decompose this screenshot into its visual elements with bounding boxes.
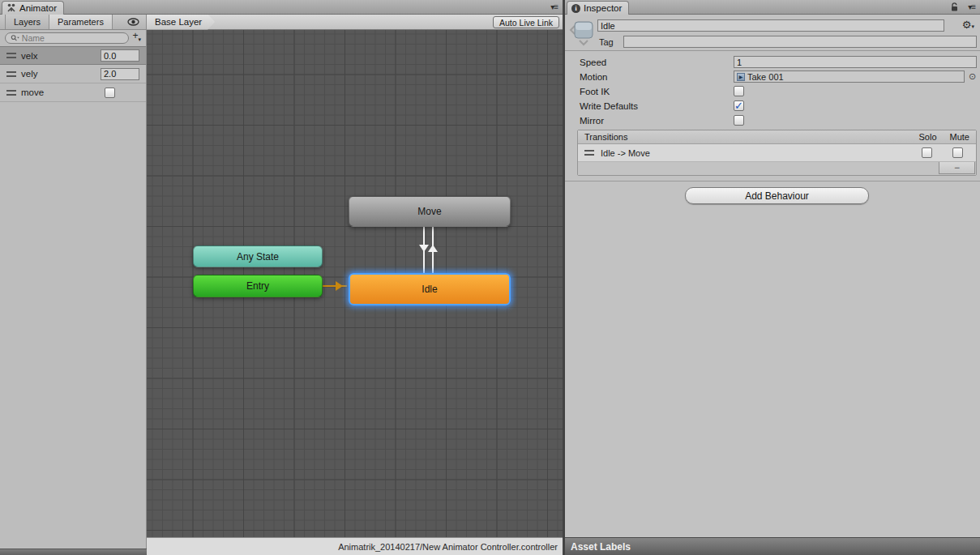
solo-column-header: Solo bbox=[919, 132, 937, 142]
controller-path-bar: Animatrik_20140217/New Animator Controll… bbox=[147, 537, 563, 555]
eye-icon[interactable] bbox=[127, 18, 139, 26]
transition-arrowhead-up bbox=[428, 245, 438, 252]
tab-inspector-label: Inspector bbox=[584, 3, 622, 13]
tag-label: Tag bbox=[599, 37, 614, 47]
foot-ik-checkbox[interactable] bbox=[734, 86, 744, 96]
minus-icon: − bbox=[954, 162, 960, 173]
state-node-label: Any State bbox=[237, 251, 279, 263]
tab-layers-label: Layers bbox=[14, 17, 41, 27]
layers-parameters-toolbar: Layers Parameters bbox=[0, 15, 146, 30]
transitions-header: Transitions Solo Mute bbox=[578, 130, 976, 144]
inspector-body: ⚙▾ Tag Speed Motion ▶ Take 001 ⊙ Foot IK… bbox=[565, 15, 980, 555]
tag-field[interactable] bbox=[623, 36, 977, 48]
breadcrumb-label: Base Layer bbox=[155, 17, 202, 27]
mute-checkbox[interactable] bbox=[952, 147, 963, 158]
remove-transition-button[interactable]: − bbox=[939, 162, 975, 174]
entry-transition-line[interactable] bbox=[323, 285, 347, 287]
gear-caret-glyph: ▾ bbox=[971, 23, 974, 29]
gear-glyph: ⚙ bbox=[962, 19, 972, 31]
transition-row-idle-move[interactable]: Idle -> Move bbox=[578, 144, 976, 162]
animator-canvas-column: Base Layer Auto Live Link bbox=[147, 15, 563, 555]
drag-handle-icon[interactable] bbox=[6, 71, 16, 77]
breadcrumb-bar: Base Layer Auto Live Link bbox=[147, 15, 563, 30]
drag-handle-icon[interactable] bbox=[584, 150, 594, 156]
animator-panel: Animator ▾≡ Layers Parameters bbox=[0, 0, 563, 555]
drag-handle-icon[interactable] bbox=[6, 53, 16, 58]
animation-clip-icon: ▶ bbox=[737, 73, 745, 81]
auto-live-link-button[interactable]: Auto Live Link bbox=[493, 16, 559, 28]
parameter-row-vely[interactable]: vely bbox=[0, 65, 146, 83]
auto-live-link-label: Auto Live Link bbox=[499, 18, 553, 28]
asset-labels-title: Asset Labels bbox=[571, 541, 631, 553]
section-divider bbox=[565, 181, 980, 181]
transition-label: Idle -> Move bbox=[601, 148, 650, 158]
state-node-label: Entry bbox=[246, 280, 269, 292]
mute-column-header: Mute bbox=[950, 132, 969, 142]
transitions-list: Transitions Solo Mute Idle -> Move − bbox=[577, 130, 977, 176]
bottom-strip bbox=[0, 549, 147, 555]
inspector-panel: i Inspector ▾≡ ⚙▾ bbox=[565, 0, 980, 555]
speed-field[interactable] bbox=[734, 56, 977, 68]
inspector-header: ⚙▾ Tag bbox=[565, 15, 980, 51]
animator-tabbar: Animator ▾≡ bbox=[0, 0, 563, 15]
state-foldout-icon[interactable] bbox=[568, 18, 596, 47]
parameter-value-field[interactable] bbox=[101, 68, 139, 80]
parameter-name: move bbox=[21, 88, 100, 97]
parameter-value-field[interactable] bbox=[101, 49, 139, 62]
inspector-tabbar: i Inspector ▾≡ bbox=[565, 0, 980, 15]
parameter-row-move[interactable]: move bbox=[0, 83, 146, 102]
add-behaviour-button[interactable]: Add Behaviour bbox=[685, 187, 869, 204]
motion-object-field[interactable]: ▶ Take 001 bbox=[734, 70, 965, 83]
tab-animator-label: Animator bbox=[19, 3, 57, 13]
info-icon: i bbox=[571, 4, 580, 13]
parameter-search-row: +▾ bbox=[0, 30, 146, 45]
mirror-checkbox[interactable] bbox=[734, 115, 744, 126]
gear-icon[interactable]: ⚙▾ bbox=[962, 19, 974, 31]
parameter-name: vely bbox=[21, 69, 96, 79]
tab-layers[interactable]: Layers bbox=[5, 15, 49, 29]
animator-left-subpanel: Layers Parameters bbox=[0, 15, 147, 555]
add-parameter-button[interactable]: +▾ bbox=[132, 32, 141, 44]
write-defaults-checkbox[interactable] bbox=[734, 100, 744, 111]
add-behaviour-label: Add Behaviour bbox=[745, 190, 809, 202]
parameter-name: velx bbox=[21, 51, 96, 61]
object-picker-icon[interactable]: ⊙ bbox=[969, 71, 976, 82]
inspector-menu-icon[interactable]: ▾≡ bbox=[968, 2, 975, 11]
state-machine-grid[interactable]: Move Any State Entry Idle bbox=[147, 30, 563, 537]
state-node-idle-selected[interactable]: Idle bbox=[349, 273, 511, 305]
search-box[interactable] bbox=[5, 32, 129, 44]
state-node-entry[interactable]: Entry bbox=[193, 275, 323, 297]
unity-editor-window: Animator ▾≡ Layers Parameters bbox=[0, 0, 980, 555]
tab-parameters-label: Parameters bbox=[58, 17, 104, 27]
search-icon bbox=[11, 34, 19, 42]
lock-icon[interactable] bbox=[950, 2, 959, 12]
tab-animator[interactable]: Animator bbox=[2, 1, 64, 15]
animator-icon bbox=[6, 3, 16, 13]
drag-handle-icon[interactable] bbox=[6, 90, 16, 96]
state-node-label: Move bbox=[417, 206, 441, 217]
animator-body: Layers Parameters bbox=[0, 15, 563, 555]
state-name-field[interactable] bbox=[597, 19, 944, 32]
controller-path-text: Animatrik_20140217/New Animator Controll… bbox=[338, 542, 558, 552]
parameter-checkbox[interactable] bbox=[105, 88, 115, 98]
speed-label: Speed bbox=[580, 58, 606, 67]
mirror-label: Mirror bbox=[580, 116, 604, 126]
transitions-footer: − bbox=[578, 162, 976, 175]
state-node-label: Idle bbox=[422, 284, 437, 295]
state-node-move[interactable]: Move bbox=[349, 196, 511, 227]
motion-label: Motion bbox=[580, 72, 608, 82]
search-input[interactable] bbox=[22, 33, 124, 43]
entry-transition-arrowhead bbox=[336, 281, 343, 291]
animator-menu-icon[interactable]: ▾≡ bbox=[550, 2, 558, 11]
solo-checkbox[interactable] bbox=[922, 147, 932, 158]
foot-ik-label: Foot IK bbox=[580, 87, 610, 96]
state-node-any-state[interactable]: Any State bbox=[193, 245, 323, 267]
write-defaults-label: Write Defaults bbox=[580, 101, 638, 111]
tab-parameters[interactable]: Parameters bbox=[49, 15, 113, 29]
transitions-title: Transitions bbox=[584, 132, 627, 142]
asset-labels-bar[interactable]: Asset Labels bbox=[565, 537, 980, 555]
parameter-row-velx[interactable]: velx bbox=[0, 46, 146, 65]
tab-inspector[interactable]: i Inspector bbox=[567, 1, 629, 15]
breadcrumb-base-layer[interactable]: Base Layer bbox=[147, 15, 215, 30]
motion-value: Take 001 bbox=[747, 72, 784, 82]
